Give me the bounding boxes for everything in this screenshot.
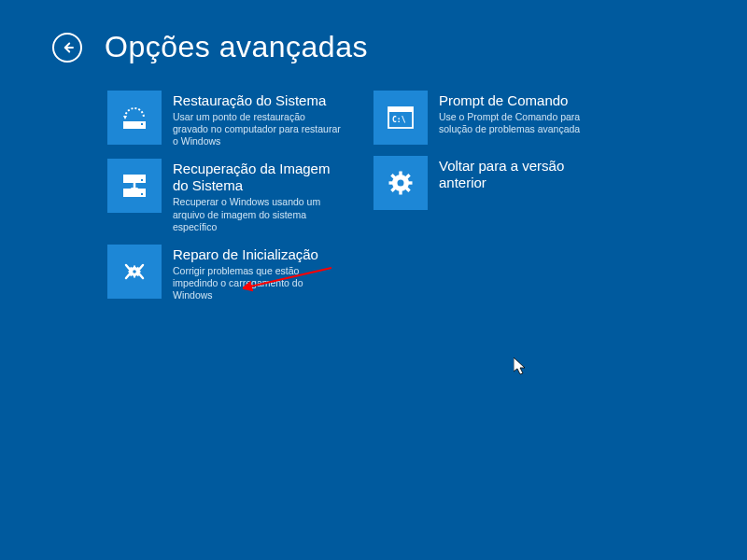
tile-title: Voltar para a versão anterior [439,158,612,191]
svg-rect-15 [138,271,141,273]
svg-rect-12 [134,265,135,268]
tile-desc: Recuperar o Windows usando um arquivo de… [173,196,341,232]
tile-system-image-recovery[interactable]: Recuperação da Imagem do Sistema Recuper… [107,159,345,232]
tile-title: Reparo de Inicialização [173,246,341,263]
tile-title: Recuperação da Imagem do Sistema [173,161,345,194]
tile-title: Prompt de Comando [439,92,607,109]
previous-version-icon [374,156,428,210]
tile-desc: Corrigir problemas que estão impedindo o… [173,265,341,301]
tile-text: Restauração do Sistema Usar um ponto de … [173,91,341,147]
svg-rect-14 [129,271,132,273]
system-image-recovery-icon [107,159,162,213]
svg-point-24 [398,180,404,187]
startup-repair-icon [107,245,162,299]
svg-rect-7 [141,193,143,195]
tile-command-prompt[interactable]: C:\ Prompt de Comando Use o Prompt de Co… [374,91,612,145]
svg-rect-26 [399,190,402,195]
svg-rect-13 [134,274,135,277]
tile-system-restore[interactable]: Restauração do Sistema Usar um ponto de … [107,91,345,147]
tile-text: Prompt de Comando Use o Prompt de Comand… [439,91,607,145]
arrow-left-icon [59,39,76,56]
tile-text: Reparo de Inicialização Corrigir problem… [173,245,341,301]
mouse-cursor-icon [514,357,529,376]
tile-desc: Usar um ponto de restauração gravado no … [173,111,341,147]
tile-startup-repair[interactable]: Reparo de Inicialização Corrigir problem… [107,245,345,301]
svg-text:C:\: C:\ [392,116,406,124]
tile-title: Restauração do Sistema [173,92,341,109]
svg-rect-27 [389,181,394,184]
column-left: Restauração do Sistema Usar um ponto de … [107,91,345,301]
svg-marker-35 [514,357,525,374]
svg-point-11 [133,270,136,273]
options-grid: Restauração do Sistema Usar um ponto de … [0,64,747,301]
svg-rect-28 [408,181,413,184]
tile-previous-version[interactable]: Voltar para a versão anterior [374,156,612,210]
system-restore-icon [107,91,162,145]
tile-text: Recuperação da Imagem do Sistema Recuper… [173,159,345,232]
tile-desc: Use o Prompt de Comando para solução de … [439,111,607,135]
command-prompt-icon: C:\ [374,91,428,145]
page-title: Opções avançadas [105,30,368,64]
back-button[interactable] [52,33,82,63]
header: Opções avançadas [0,0,747,64]
svg-marker-3 [123,116,127,119]
svg-rect-25 [399,172,402,176]
column-right: C:\ Prompt de Comando Use o Prompt de Co… [374,91,612,301]
svg-rect-21 [388,107,413,112]
svg-rect-2 [141,123,143,125]
svg-rect-5 [141,179,143,181]
tile-text: Voltar para a versão anterior [439,156,612,210]
